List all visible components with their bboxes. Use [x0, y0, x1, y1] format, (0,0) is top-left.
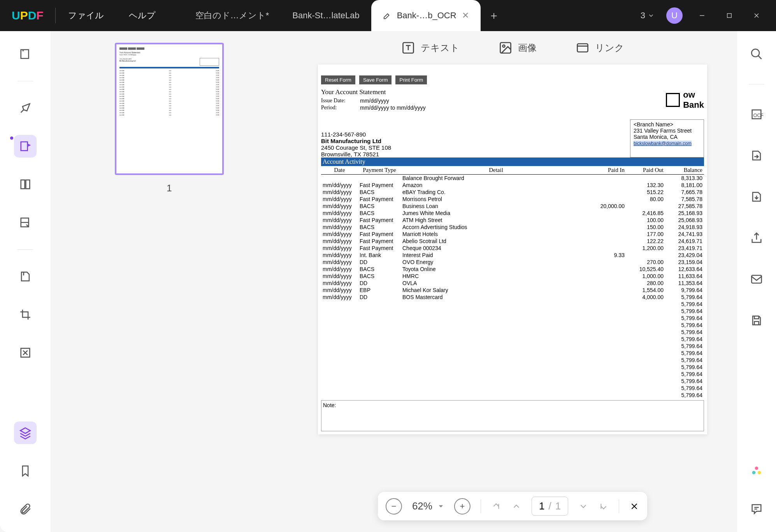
edit-toolbar: テキスト 画像 リンク [401, 31, 624, 65]
statement-title: Your Account Statement [321, 88, 426, 96]
table-row: mm/dd/yyyyDDOVO Energy270.0023,159.04 [321, 259, 704, 266]
table-row: mm/dd/yyyyInt. BankInterest Paid9.3323,4… [321, 252, 704, 259]
print-form-button[interactable]: Print Form [395, 75, 427, 84]
next-page-button[interactable] [578, 501, 588, 511]
menu-file[interactable]: ファイル [56, 10, 116, 21]
address-line-2: Brownsville, TX 78521 [321, 151, 391, 158]
zoom-bar: − 62% + 1/1 [378, 492, 647, 520]
tab-label: Bank-…b_OCR [397, 10, 456, 21]
save-button[interactable] [745, 309, 768, 332]
issue-date-label: Issue Date: [321, 98, 360, 104]
table-row: mm/dd/yyyyBACSAccorn Advertising Studios… [321, 224, 704, 231]
window-close-button[interactable] [749, 8, 764, 23]
page-thumbnail[interactable]: Your Account Statement Issue Date: mm/dd… [115, 43, 224, 175]
customer-address: 111-234-567-890 Bit Manufacturing Ltd 24… [321, 131, 391, 158]
comment-button[interactable] [745, 498, 768, 520]
bookmark-tool[interactable] [14, 460, 37, 482]
link-icon [576, 41, 590, 55]
svg-point-10 [755, 467, 758, 470]
maximize-button[interactable] [722, 8, 737, 23]
crop-tool[interactable] [14, 303, 37, 326]
email-button[interactable] [745, 268, 768, 290]
table-row: mm/dd/yyyyEBPMichael Kor Salary1,554.009… [321, 287, 704, 294]
highlight-tool[interactable] [14, 97, 37, 119]
svg-rect-5 [577, 44, 588, 52]
save-form-button[interactable]: Save Form [359, 75, 392, 84]
table-row: mm/dd/yyyyFast PaymentCheque 0002341,200… [321, 245, 704, 252]
table-row: mm/dd/yyyyDDBOS Mastercard4,000.005,799.… [321, 294, 704, 301]
first-page-button[interactable] [491, 501, 501, 511]
window-count[interactable]: 3 [641, 10, 655, 21]
table-row: 5,799.64 [321, 343, 704, 350]
note-field[interactable]: Note: [321, 400, 704, 431]
export-button[interactable] [745, 186, 768, 208]
tab-bank-template[interactable]: Bank-St…lateLab [281, 0, 371, 31]
form-buttons: Reset Form Save Form Print Form [321, 75, 704, 84]
zoom-out-button[interactable]: − [386, 498, 402, 514]
close-zoom-button[interactable] [629, 501, 639, 511]
attachment-tool[interactable] [14, 498, 37, 520]
table-row: 5,799.64 [321, 301, 704, 308]
close-icon[interactable]: ✕ [462, 10, 469, 21]
table-row: mm/dd/yyyyFast PaymentATM High Street100… [321, 217, 704, 224]
tab-bank-ocr[interactable]: Bank-…b_OCR ✕ [371, 0, 481, 31]
svg-text:OCR: OCR [753, 112, 764, 118]
redact-tool[interactable] [14, 341, 37, 364]
tab-add-button[interactable]: ＋ [481, 8, 507, 23]
company-name: Bit Manufacturing Ltd [321, 138, 391, 144]
menu-help[interactable]: ヘルプ [116, 10, 168, 21]
active-indicator [10, 136, 13, 140]
table-row: 5,799.64 [321, 385, 704, 392]
avatar[interactable]: U [666, 7, 683, 24]
zoom-in-button[interactable]: + [454, 498, 471, 514]
period-label: Period: [321, 105, 360, 111]
separator [481, 499, 481, 513]
page-input[interactable]: 1/1 [532, 497, 568, 516]
convert-button[interactable] [745, 144, 768, 167]
separator [18, 81, 33, 81]
tab-blank-document[interactable]: 空白のド…メント* [184, 0, 281, 31]
svg-point-6 [751, 49, 759, 57]
share-button[interactable] [745, 227, 768, 249]
account-number: 111-234-567-890 [321, 131, 391, 138]
reader-tool[interactable] [14, 43, 37, 65]
separator [749, 84, 764, 84]
form-tool[interactable] [14, 211, 37, 234]
layers-tool[interactable] [14, 422, 37, 444]
chevron-down-icon [648, 12, 655, 19]
col-balance: Balance [665, 166, 704, 175]
table-row: mm/dd/yyyyBACSToyota Online10,525.4012,6… [321, 266, 704, 273]
search-button[interactable] [745, 43, 768, 65]
thumbnail-page-number: 1 [167, 183, 172, 194]
edit-link-tool[interactable]: リンク [576, 41, 624, 55]
edit-tool[interactable] [14, 135, 37, 158]
ocr-button[interactable]: OCR [745, 103, 768, 126]
col-paid-in: Paid In [591, 166, 626, 175]
table-row: 5,799.64 [321, 322, 704, 329]
edit-image-tool[interactable]: 画像 [499, 41, 537, 55]
table-row: 5,799.64 [321, 357, 704, 364]
organize-tool[interactable] [14, 173, 37, 196]
minimize-button[interactable] [694, 8, 710, 23]
chevron-down-icon [438, 503, 444, 509]
branch-email: bickslowbank@domain.com [634, 141, 692, 146]
table-row: mm/dd/yyyyFast PaymentAbelio Scotrail Lt… [321, 238, 704, 245]
compress-tool[interactable] [14, 265, 37, 288]
table-row: 5,799.64 [321, 378, 704, 385]
edit-text-tool[interactable]: テキスト [401, 41, 460, 55]
edit-icon [383, 11, 392, 20]
activity-header: Account Activity [321, 158, 704, 166]
zoom-level[interactable]: 62% [412, 500, 444, 512]
last-page-button[interactable] [599, 501, 609, 511]
reset-form-button[interactable]: Reset Form [321, 75, 355, 84]
prev-page-button[interactable] [511, 501, 521, 511]
table-row: mm/dd/yyyyBACSBusiness Loan20,000.0027,5… [321, 203, 704, 210]
tab-label: Bank-St…lateLab [292, 10, 359, 21]
col-detail: Detail [401, 166, 591, 175]
ai-button[interactable] [745, 460, 768, 482]
pdf-page[interactable]: Reset Form Save Form Print Form Your Acc… [318, 65, 707, 434]
table-row: 5,799.64 [321, 329, 704, 336]
col-paid-out: Paid Out [626, 166, 665, 175]
col-payment-type: Payment Type [358, 166, 401, 175]
right-toolbar: OCR [737, 31, 776, 532]
